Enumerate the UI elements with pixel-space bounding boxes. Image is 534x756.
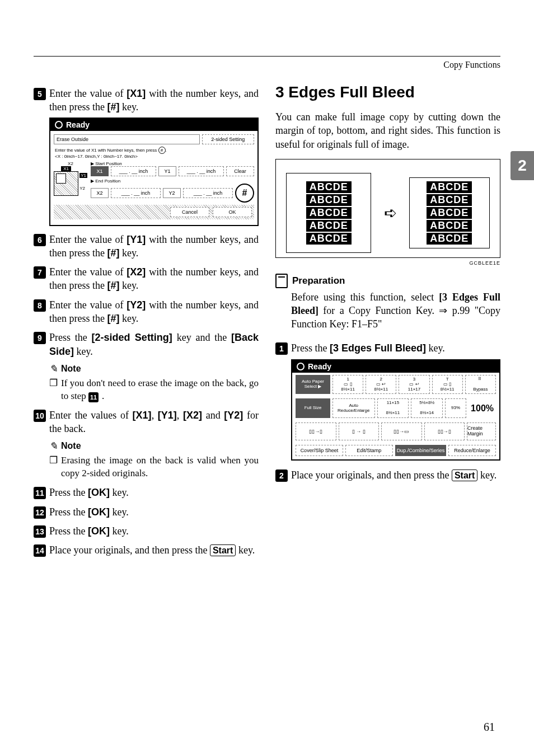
line: ABCDE: [306, 207, 352, 219]
step-6: 6 Enter the value of [Y1] with the numbe…: [34, 233, 259, 260]
erase-outside-figure: Ready Erase Outside 2-sided Setting Ente…: [49, 118, 259, 226]
k: [OK]: [88, 506, 110, 518]
instruction-line: Enter the value of X1 with Number keys, …: [54, 147, 254, 154]
step-6-text: Enter the value of [Y1] with the number …: [49, 233, 259, 260]
v: ___ . __: [194, 190, 212, 196]
step-5-text: Enter the value of [X1] with the number …: [49, 87, 259, 114]
line: ABCDE: [306, 220, 352, 232]
full-bleed-diagram: ABCDE ABCDE ABCDE ABCDE ABCDE ➪ ABCDE AB…: [275, 159, 500, 258]
key: [Y1]: [127, 234, 146, 245]
s: 11×17: [401, 387, 427, 392]
x2-input[interactable]: ___ . __ inch: [111, 188, 161, 198]
ratio-2-button[interactable]: 5½×8½8½×14: [411, 398, 443, 417]
auto-reduce-enlarge-button[interactable]: Auto Reduce/Enlarge: [332, 398, 375, 417]
edit-stamp-button[interactable]: Edit/Stamp: [345, 445, 393, 456]
bypass-button[interactable]: ⠿Bypass: [465, 375, 496, 394]
x1-input[interactable]: ___ . __ inch: [111, 166, 156, 176]
step-number-icon: 10: [34, 410, 46, 422]
t: Press the: [49, 332, 92, 343]
note-2-text: Erasing the image on the back is valid w…: [61, 454, 259, 480]
b: 8½×14: [414, 411, 440, 416]
dots-icon: ⠿: [468, 377, 493, 382]
tray-2-button[interactable]: 2 ▭ ↩8½×11: [366, 375, 396, 394]
clear-button[interactable]: Clear: [226, 166, 254, 176]
t: key.: [119, 247, 138, 259]
s: 8½×11: [335, 387, 360, 392]
auto-paper-select-button[interactable]: Auto Paper Select ▶: [296, 375, 330, 394]
start-key-icon: Start: [210, 544, 236, 556]
preparation-label: Preparation: [292, 275, 345, 287]
step-5: 5 Enter the value of [X1] with the numbe…: [34, 87, 259, 114]
hash-button[interactable]: #: [235, 184, 254, 203]
step-number-icon: 11: [34, 487, 46, 499]
step-2-text: Place your originals, and then press the…: [291, 468, 496, 482]
mode-2-button[interactable]: ▯ → ▯: [339, 422, 380, 440]
zoom-value: 100%: [469, 403, 496, 414]
full-size-button[interactable]: Full Size: [296, 398, 330, 417]
percent-display: 93%: [445, 398, 466, 417]
tray-3-button[interactable]: 3 ▭ ↩11×17: [399, 375, 429, 394]
line: ABCDE: [306, 194, 352, 206]
step-number-icon: 6: [34, 234, 46, 246]
header-category: Copy Functions: [34, 60, 500, 70]
key: [#]: [107, 101, 119, 112]
ready-icon: [55, 121, 63, 129]
mode-4-button[interactable]: ▯▯→▯: [424, 422, 465, 440]
n: T: [435, 377, 460, 382]
k: [X2]: [183, 410, 202, 421]
t: key.: [74, 346, 93, 357]
t: key.: [426, 342, 445, 354]
s: 8½×11: [435, 387, 460, 392]
cover-slip-sheet-button[interactable]: Cover/Slip Sheet: [296, 445, 343, 456]
intro-text: You can make full image copy by cutting …: [275, 110, 500, 151]
key: [X2]: [127, 266, 146, 278]
k: [OK]: [88, 525, 110, 537]
reduce-enlarge-button[interactable]: Reduce/Enlarge: [448, 445, 496, 456]
key: [#]: [107, 313, 119, 324]
t: Enter the values of: [49, 410, 133, 421]
note-2-item: ❐ Erasing the image on the back is valid…: [49, 454, 259, 480]
t: Enter the value of: [49, 234, 127, 245]
page-number: 61: [484, 721, 495, 734]
mode-1-button[interactable]: ▯▯→▯: [296, 422, 336, 440]
ready-bar: Ready: [50, 119, 257, 131]
ratio-1-button[interactable]: 11×158½×11: [377, 398, 409, 417]
line: ABCDE: [427, 233, 472, 245]
step-11: 11 Press the [OK] key.: [34, 486, 259, 499]
ok-button[interactable]: OK: [213, 207, 252, 217]
x2-field-label: X2: [91, 188, 109, 198]
cancel-button[interactable]: Cancel: [170, 207, 209, 217]
step-number-icon: 13: [34, 525, 46, 538]
t: Press the: [291, 342, 330, 354]
u: inch: [139, 168, 148, 174]
pencil-icon: ✎: [49, 363, 58, 375]
dup-combine-series-button[interactable]: Dup./Combine/Series: [395, 445, 447, 456]
note-1-text: If you don't need to erase the image on …: [61, 377, 259, 403]
u: inch: [213, 190, 223, 196]
k: [Y1]: [158, 410, 177, 421]
range-line: <X : 0inch~17. 0inch,Y : 0inch~17. 0inch…: [54, 154, 254, 161]
step-number-icon: 14: [34, 544, 46, 557]
t: Before using this function, select: [291, 292, 439, 303]
y2-input[interactable]: ___ . __ inch: [183, 188, 233, 198]
tray-1-button[interactable]: 1 ▭ ▯8½×11: [332, 375, 363, 394]
t: for a Copy Function Key. ⇒ p.99 "Copy Fu…: [291, 305, 500, 330]
s: 8½×11: [368, 387, 394, 392]
t: Press the: [49, 525, 88, 537]
key: [Y2]: [127, 299, 146, 311]
ready-label: Ready: [66, 120, 90, 129]
y1-input[interactable]: ___ . __ inch: [179, 166, 224, 176]
preparation-icon: [275, 274, 288, 288]
x2-label: X2: [54, 161, 87, 166]
note-heading: ✎ Note: [49, 363, 259, 375]
note-1-item: ❐ If you don't need to erase the image o…: [49, 377, 259, 403]
v: ___ . __: [119, 168, 138, 174]
step-9: 9 Press the [2-sided Setting] key and th…: [34, 331, 259, 358]
two-sided-setting-button[interactable]: 2-sided Setting: [202, 134, 255, 144]
ready-icon: [297, 363, 305, 370]
t: key.: [477, 469, 496, 481]
mode-3-button[interactable]: ▯▯→▭: [381, 422, 422, 440]
panel-title: Erase Outside: [54, 134, 200, 144]
create-margin-button[interactable]: Create Margin: [467, 422, 496, 440]
tray-t-button[interactable]: T ▭ ▯8½×11: [432, 375, 463, 394]
